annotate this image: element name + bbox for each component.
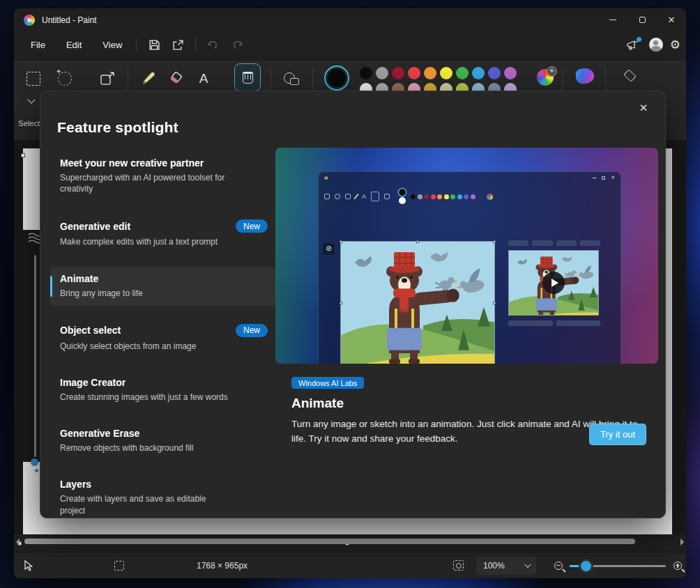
close-icon: ✕ [639,102,648,114]
feature-item-desc: Make complex edits with just a text prom… [60,236,233,247]
palette-color[interactable] [424,67,436,79]
brushes-tool-selected[interactable] [234,63,261,91]
palette-color [471,194,475,199]
close-button[interactable]: ✕ [657,8,686,31]
chevron-down-icon [524,561,531,568]
palette-color[interactable] [408,67,420,79]
feature-item-creative-partner[interactable]: Meet your new creative partner Superchar… [50,151,277,201]
feature-detail-heading: Animate [291,396,658,411]
mini-magic-badge: ⊘ [323,243,335,255]
eraser-tool[interactable] [163,66,188,91]
zoom-in-button[interactable] [674,562,682,570]
feature-spotlight-dialog: ✕ Feature spotlight Meet your new creati… [40,91,666,518]
fit-to-screen-button[interactable] [453,560,464,571]
palette-color[interactable] [392,67,404,79]
feature-item-title: Layers [60,479,91,490]
divider [271,68,271,93]
selection-icon [26,72,40,86]
dialog-title: Feature spotlight [57,119,178,136]
slider-knob[interactable] [581,561,591,571]
palette-color[interactable] [488,67,501,79]
feature-item-title: Animate [60,273,98,284]
mini-current-colors [399,189,406,204]
mini-side-panel [508,240,600,330]
paint-app-icon [24,15,35,26]
share-button[interactable] [166,35,190,54]
zoom-out-button[interactable] [554,562,563,570]
mini-edit-colors-icon [487,194,493,200]
mini-titlebar: ✕ [319,172,621,183]
pencil-tool[interactable] [135,66,160,91]
zoom-slider[interactable] [570,561,666,571]
scroll-right-arrow[interactable] [680,539,684,546]
selection-tool[interactable] [21,66,46,91]
feature-item-layers[interactable]: Layers Create with layers and save as ed… [50,472,277,523]
cursor-icon [24,560,33,571]
scroll-left-arrow[interactable] [16,539,20,546]
eraser-icon [168,71,183,86]
minimize-button[interactable] [598,8,627,31]
try-it-out-button[interactable]: Try it out [589,424,646,445]
new-badge: New [236,219,268,233]
palette-color [431,194,436,199]
resize-tool[interactable] [96,66,121,91]
maximize-button[interactable] [627,8,657,31]
palette-color[interactable] [440,67,452,79]
maximize-icon [639,17,646,23]
magic-select-tool[interactable] [52,66,77,91]
feature-item-image-creator[interactable]: Image Creator Create stunning images wit… [50,371,277,410]
palette-color[interactable] [504,67,517,79]
horizontal-scrollbar[interactable] [14,534,686,551]
canvas-resize-handle[interactable] [21,153,25,157]
brush-icon [243,72,253,84]
drawn-dot [31,458,38,466]
palette-color [450,194,455,199]
feedback-button[interactable] [624,36,642,53]
text-tool[interactable]: A [191,66,216,91]
scrollbar-thumb[interactable] [24,539,635,544]
mini-maximize-icon [602,176,605,180]
divider [195,38,196,52]
palette-color[interactable] [456,67,469,79]
bear-canvas [341,242,494,364]
feature-item-generative-erase[interactable]: Generative Erase Remove objects with bac… [50,421,277,461]
zoom-dropdown[interactable]: 100% [476,557,536,575]
feature-item-generative-edit[interactable]: Generative edit New Make complex edits w… [50,213,277,254]
palette-color[interactable] [376,67,388,79]
palette-color[interactable] [360,67,372,79]
windows-ai-labs-badge: Windows AI Labs [291,377,364,389]
mini-magic-select-icon [335,194,340,199]
save-button[interactable] [142,35,166,54]
menu-edit[interactable]: Edit [58,36,90,54]
layers-panel-button[interactable] [623,69,636,82]
dialog-close-button[interactable]: ✕ [632,97,655,119]
settings-button[interactable]: ⚙ [670,39,680,51]
menu-file[interactable]: File [22,36,54,54]
edit-colors-button[interactable] [537,69,554,86]
current-color-swatch[interactable] [324,65,349,91]
palette-color [457,194,462,199]
minimize-icon [609,20,616,20]
mini-resize-icon [345,194,351,199]
copilot-icon[interactable] [575,67,595,84]
save-icon [149,39,160,51]
chevron-down-icon[interactable] [27,95,35,103]
mini-color-palette [411,194,482,199]
drawn-dot [35,469,38,472]
feature-item-animate[interactable]: Animate Bring any image to life [50,267,277,306]
feature-item-object-select[interactable]: Object select New Quickly select objects… [50,318,277,359]
shapes-tool[interactable] [279,66,304,91]
divider [605,68,606,93]
close-icon: ✕ [668,15,676,25]
new-badge: New [236,324,268,337]
titlebar[interactable]: Untitled - Paint ✕ [14,8,686,32]
mini-paint-window: ✕ A ⊘ [318,171,621,364]
mini-shapes-icon [384,194,390,199]
account-button[interactable] [649,38,663,52]
redo-button[interactable] [225,35,249,54]
menu-view[interactable]: View [94,36,130,54]
divider [136,38,137,52]
palette-color[interactable] [472,67,485,79]
selection-size-icon [114,561,124,571]
undo-button[interactable] [201,35,225,54]
